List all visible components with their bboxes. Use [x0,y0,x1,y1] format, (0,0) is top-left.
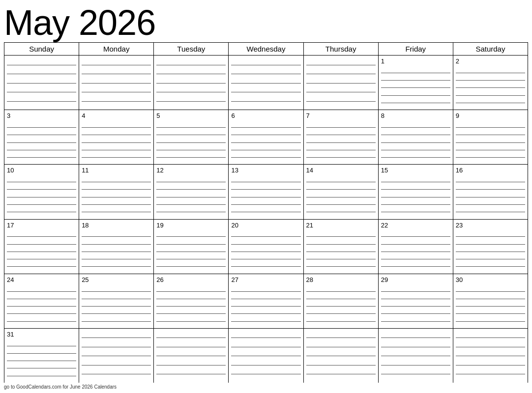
calendar-line [456,356,525,356]
calendar-line [456,313,525,314]
day-cell-6: 6 [229,110,303,164]
calendar-line [156,157,226,158]
calendar-line [231,92,300,92]
calendar-line [456,347,525,347]
week-row-3: 10111213141516 [4,165,528,219]
day-cell-empty-5-3 [229,329,303,383]
lines-container [231,57,300,109]
day-cell-27: 27 [229,274,303,328]
calendar-line [306,374,376,374]
calendar-line [82,374,151,374]
calendar-line [231,142,300,143]
calendar-line [456,266,525,267]
calendar-line [381,87,450,88]
lines-container [306,122,376,164]
day-cell-25: 25 [79,274,154,328]
calendar-line [306,236,376,237]
calendar-line [82,259,151,259]
calendar-line [156,374,226,374]
calendar-grid: SundayMondayTuesdayWednesdayThursdayFrid… [4,42,528,383]
calendar-line [306,65,376,65]
lines-container [231,231,300,273]
lines-container [7,122,76,164]
calendar-line [456,189,525,190]
calendar-line [7,92,76,92]
day-headers-row: SundayMondayTuesdayWednesdayThursdayFrid… [4,43,528,56]
calendar-line [231,197,300,197]
calendar-line [231,83,300,84]
lines-container [82,285,151,327]
day-cell-10: 10 [4,165,79,219]
calendar-line [7,204,76,205]
calendar-line [156,142,226,143]
lines-container [456,122,525,164]
calendar-line [306,291,376,292]
calendar-line [82,142,151,143]
day-number: 7 [306,112,376,120]
calendar-line [82,306,151,307]
calendar-line [231,306,300,307]
calendar-line [82,299,151,299]
calendar-line [306,204,376,205]
day-number: 15 [381,167,450,174]
calendar-line [381,306,450,307]
calendar-line [82,101,151,102]
lines-container [381,176,450,218]
calendar-line [231,212,300,212]
calendar-line [456,73,525,73]
day-cell-empty-0-1 [79,56,154,110]
day-cell-empty-0-4 [304,56,379,110]
weeks-container: 1234567891011121314151617181920212223242… [4,56,528,383]
day-cell-21: 21 [304,220,379,274]
calendar-line [381,337,450,338]
calendar-line [306,83,376,84]
calendar-line [231,266,300,267]
calendar-line [231,252,300,252]
day-cell-22: 22 [379,220,453,274]
day-number: 20 [231,222,300,229]
calendar-line [156,83,226,84]
lines-container [156,122,226,164]
day-cell-23: 23 [453,220,528,274]
day-cell-11: 11 [79,165,154,219]
calendar-line [306,299,376,299]
calendar-line [381,197,450,197]
lines-container [456,331,525,382]
calendar-line [7,361,76,361]
day-number: 29 [381,276,450,284]
calendar-line [82,356,151,356]
calendar-line [381,374,450,374]
calendar-line [156,189,226,190]
calendar-line [7,368,76,368]
calendar-line [456,236,525,237]
calendar-line [381,189,450,190]
lines-container [456,176,525,218]
calendar-line [82,337,151,338]
day-cell-19: 19 [154,220,229,274]
day-cell-13: 13 [229,165,303,219]
calendar-line [7,313,76,314]
day-cell-20: 20 [229,220,303,274]
calendar-line [381,142,450,143]
calendar-line [82,189,151,190]
calendar-line [156,266,226,267]
week-row-4: 17181920212223 [4,220,528,274]
day-cell-1: 1 [379,56,453,110]
calendar-line [231,65,300,65]
day-cell-17: 17 [4,220,79,274]
calendar-line [381,204,450,205]
day-number: 11 [82,167,151,174]
calendar-line [7,353,76,354]
calendar-line [381,80,450,81]
lines-container [82,122,151,164]
calendar-line [381,299,450,299]
lines-container [82,176,151,218]
day-cell-empty-5-2 [154,329,229,383]
calendar-line [82,321,151,322]
day-header-wednesday: Wednesday [229,43,303,55]
day-number: 19 [156,222,226,229]
calendar-line [82,92,151,92]
calendar-line [7,291,76,292]
calendar-line [7,74,76,74]
calendar-line [306,92,376,92]
